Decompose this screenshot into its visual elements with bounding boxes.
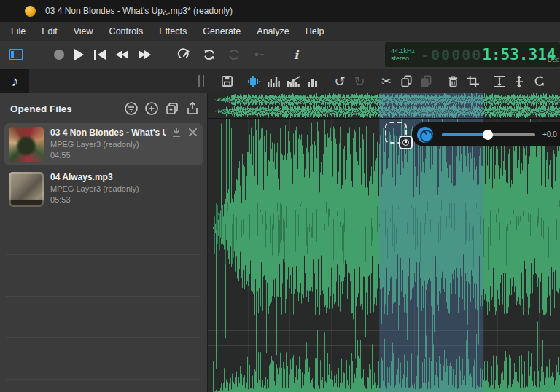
gain-value-label: +0.0 [542,130,557,138]
spectrogram-view-icon[interactable] [266,74,281,89]
overview-waveform[interactable] [208,93,560,119]
sample-rate-label: 44.1kHz stereo [391,47,415,62]
export-icon[interactable] [185,101,200,116]
menu-item-help[interactable]: Help [298,23,332,39]
loop-button[interactable] [202,44,217,66]
redo-icon: ↻ [352,74,367,89]
download-icon[interactable] [171,127,182,138]
panel-resize-handle[interactable] [198,75,204,87]
file-format: MPEG Layer3 (readonly) [50,184,198,193]
time-digits-dim: -00000 [421,46,482,63]
undo-icon[interactable]: ↺ [332,74,347,89]
skip-start-button[interactable] [94,44,106,66]
expand-vertical-icon[interactable] [512,74,526,89]
ocenaudio-window: 03 4 Non Blondes - What's Up¿.mp3* (read… [0,0,560,392]
add-file-icon[interactable] [144,101,159,116]
revert-icon[interactable] [532,74,546,89]
file-format: MPEG Layer3 (readonly) [50,140,198,149]
fast-forward-button[interactable] [139,44,151,66]
gain-knob-button[interactable] [417,127,433,143]
level-bars-view-icon[interactable] [306,74,320,89]
menu-item-analyze[interactable]: Analyze [249,23,297,39]
main-waveform[interactable] [208,119,560,392]
waveform-view-icon[interactable] [246,74,261,89]
spectrum-view-icon[interactable] [286,74,300,89]
title-bar: 03 4 Non Blondes - What's Up¿.mp3* (read… [0,0,560,22]
list-separator [6,213,201,213]
opened-files-panel: Opened Files 03 4 Non Blon [0,93,208,392]
marker-icon-disabled [252,44,266,66]
window-title: 03 4 Non Blondes - What's Up¿.mp3* (read… [45,6,233,16]
menu-item-effects[interactable]: Effects [151,23,195,39]
time-digits: 1:53.314 [482,46,556,63]
panel-title: Opened Files [10,103,124,114]
menu-item-view[interactable]: View [66,23,101,39]
paste-icon-disabled [419,74,433,89]
music-note-icon: ♪ [11,73,18,90]
playback-speed-icon[interactable] [177,44,192,66]
file-item-1[interactable]: 03 4 Non Blondes - What's Up¿.... MPEG L… [4,123,203,165]
file-duration: 05:53 [50,195,198,204]
play-button[interactable] [74,44,84,66]
list-separator [6,337,201,338]
time-display[interactable]: 44.1kHz stereo -00000 1:53.314 Dec [385,42,560,67]
save-icon[interactable] [219,74,234,89]
filter-icon[interactable] [124,101,139,116]
list-separator [6,254,201,255]
app-logo-icon [25,6,36,17]
gain-slider[interactable] [442,130,535,140]
rewind-button[interactable] [116,44,128,66]
fit-vertical-icon[interactable] [492,74,507,89]
file-duration: 04:55 [50,151,198,160]
menu-item-file[interactable]: File [3,23,34,39]
time-format-label: Dec [548,56,559,63]
edit-toolbar: ♪ ↺ ↻ ✂ [0,69,560,93]
record-button[interactable] [54,44,64,66]
close-icon[interactable] [187,127,198,138]
menu-item-controls[interactable]: Controls [101,23,152,39]
sidebar-toggle-icon[interactable] [9,44,23,66]
menu-bar: File Edit View Controls Effects Generate… [0,22,560,41]
album-art [9,172,44,207]
list-separator [6,296,201,297]
repeat-icon-disabled [227,44,241,66]
transport-toolbar: i 44.1kHz stereo -00000 1:53.314 Dec [0,41,560,69]
duplicate-icon[interactable] [165,101,179,116]
file-name: 03 4 Non Blondes - What's Up¿.... [50,128,166,138]
menu-item-generate[interactable]: Generate [195,23,249,39]
copy-icon[interactable] [399,74,413,89]
list-separator [6,379,201,380]
menu-item-edit[interactable]: Edit [34,23,66,39]
slider-thumb[interactable] [483,130,493,140]
file-name: 04 Always.mp3 [50,172,198,182]
trim-icon[interactable] [465,74,480,89]
info-icon[interactable]: i [294,44,298,66]
waveform-editor: +0.0 [208,93,560,392]
album-art [9,127,44,162]
gain-overlay: +0.0 [412,122,560,146]
file-item-2[interactable]: 04 Always.mp3 MPEG Layer3 (readonly) 05:… [4,168,203,211]
cut-icon[interactable]: ✂ [379,74,394,89]
selection-tool-icon[interactable] [385,122,407,144]
selection-knob-badge [399,136,413,149]
files-tab[interactable]: ♪ [0,69,29,93]
delete-icon[interactable] [446,74,460,89]
